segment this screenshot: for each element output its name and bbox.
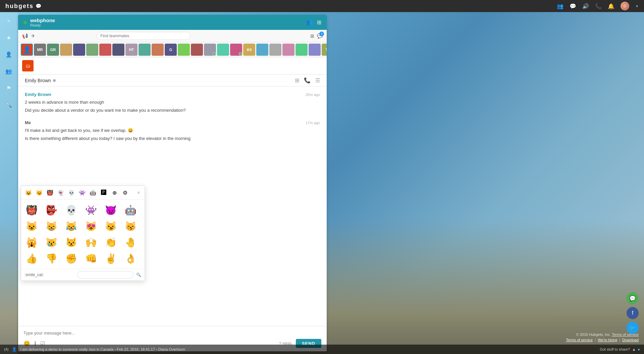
emoji-tab[interactable]: 🅿: [99, 188, 108, 197]
header-contacts-icon[interactable]: 👥: [306, 19, 313, 26]
emoji-cell[interactable]: 👊: [83, 251, 99, 266]
nav-bell-icon[interactable]: 🔔: [608, 3, 614, 9]
emoji-cell[interactable]: 😽: [123, 218, 138, 234]
avatar-item[interactable]: [112, 44, 124, 56]
emoji-tab[interactable]: 🤖: [88, 188, 98, 197]
emoji-cell[interactable]: 😸: [44, 218, 59, 234]
avatar-item[interactable]: HT: [125, 44, 138, 56]
download-link[interactable]: We're hiring: [598, 338, 617, 342]
emoji-cell[interactable]: 🤚: [123, 235, 138, 250]
emoji-tab[interactable]: 👻: [56, 188, 65, 197]
share-up-icon[interactable]: ▲: [632, 347, 636, 351]
chat-social-button[interactable]: 💬: [627, 292, 639, 304]
user-avatar[interactable]: D: [621, 2, 629, 10]
emoji-cell[interactable]: 🤖: [123, 202, 138, 218]
avatar-item[interactable]: [73, 44, 85, 56]
emoji-cell[interactable]: 👹: [24, 202, 39, 218]
chevron-down-icon[interactable]: ▼: [635, 4, 639, 8]
nav-contacts-icon[interactable]: 👥: [557, 3, 564, 9]
sidebar-expand-icon[interactable]: »: [3, 15, 14, 26]
send-icon[interactable]: ✈: [31, 33, 35, 39]
message-time: 20m ago: [306, 93, 320, 97]
message-input[interactable]: [23, 330, 321, 336]
nav-chat-icon[interactable]: 💬: [570, 3, 576, 9]
emoji-search-input[interactable]: [77, 271, 133, 279]
logo: hubgets 💬: [5, 3, 41, 10]
contact-grid-icon[interactable]: ⊞: [295, 77, 299, 84]
chat-title: webphone: [30, 17, 55, 23]
twitter-social-button[interactable]: 🐦: [627, 322, 639, 334]
avatar-item[interactable]: AS: [243, 44, 255, 56]
emoji-cell[interactable]: ✊: [63, 251, 79, 266]
avatar-item[interactable]: [152, 44, 164, 56]
facebook-social-button[interactable]: f: [627, 307, 639, 319]
avatar-item[interactable]: [217, 44, 229, 56]
avatar-item[interactable]: TJ: [322, 44, 327, 56]
emoji-tab-settings[interactable]: ⚙: [120, 188, 130, 197]
team-button[interactable]: 🗂: [22, 60, 34, 71]
avatar-item[interactable]: [282, 44, 294, 56]
navbar: hubgets 💬 👥 💬 🔊 📞 🔔 D ▼: [0, 0, 644, 12]
emoji-cell[interactable]: 👏: [103, 235, 118, 250]
avatar-item[interactable]: [269, 44, 281, 56]
emoji-tab[interactable]: 💀: [67, 188, 76, 197]
emoji-cell[interactable]: 👾: [83, 202, 99, 218]
sidebar-star-icon[interactable]: ★: [3, 32, 14, 43]
broadcast-icon[interactable]: 📢: [22, 33, 28, 39]
avatar-item[interactable]: [309, 44, 321, 56]
avatar-item[interactable]: [60, 44, 72, 56]
emoji-cell[interactable]: 😹: [63, 218, 79, 234]
find-teammates-input[interactable]: [97, 32, 191, 40]
sidebar-flag-icon[interactable]: ⚑: [3, 83, 14, 93]
avatar-item[interactable]: [256, 44, 268, 56]
header-grid-icon[interactable]: ⊞: [317, 19, 321, 26]
emoji-cell[interactable]: 😼: [103, 218, 118, 234]
emoji-cell[interactable]: 😻: [83, 218, 99, 234]
toolbar-right: ⊞ 💬 3: [310, 33, 323, 39]
avatar-item[interactable]: [99, 44, 111, 56]
emoji-tab[interactable]: 😼: [35, 188, 44, 197]
emoji-cell[interactable]: 👌: [123, 251, 138, 266]
chat-subtitle: Ready: [30, 23, 55, 27]
avatar-item[interactable]: [178, 44, 190, 56]
avatar-item[interactable]: [191, 44, 203, 56]
emoji-cell[interactable]: 🙀: [24, 235, 39, 250]
emoji-close-button[interactable]: ×: [135, 189, 142, 196]
emoji-tab[interactable]: ⊕: [110, 188, 119, 197]
avatar-item[interactable]: G: [165, 44, 177, 56]
emoji-cell[interactable]: ✌: [103, 251, 118, 266]
emoji-tab[interactable]: 😺: [24, 188, 33, 197]
message-author[interactable]: Emily Brown: [25, 92, 51, 97]
emoji-cell[interactable]: 👺: [44, 202, 59, 218]
emoji-tab[interactable]: 👹: [45, 188, 55, 197]
emoji-cell[interactable]: 😈: [103, 202, 118, 218]
emoji-cell[interactable]: 😿: [44, 235, 59, 250]
service-status-link[interactable]: Download: [622, 338, 639, 342]
contact-phone-icon[interactable]: 📞: [304, 77, 311, 84]
avatar-item[interactable]: 👤: [21, 44, 33, 56]
avatar-item[interactable]: [139, 44, 151, 56]
emoji-tab[interactable]: 👾: [77, 188, 87, 197]
avatar-item[interactable]: [296, 44, 308, 56]
avatar-item[interactable]: [204, 44, 216, 56]
contact-menu-icon[interactable]: ☰: [315, 77, 320, 84]
nav-phone-icon[interactable]: 📞: [595, 3, 602, 9]
emoji-picker: 😺 😼 👹 👻 💀 👾 🤖 🅿 ⊕ ⚙ × 👹 👺 💀 👾 😈 🤖 😺: [21, 186, 145, 281]
emoji-cell[interactable]: 👍: [24, 251, 39, 266]
avatar-item[interactable]: MR: [34, 44, 46, 56]
emoji-cell[interactable]: 👎: [44, 251, 59, 266]
nav-volume-icon[interactable]: 🔊: [582, 3, 589, 9]
sidebar-contacts-icon[interactable]: 👤: [3, 49, 14, 60]
sidebar-groups-icon[interactable]: 👥: [3, 66, 14, 77]
avatar-item[interactable]: [86, 44, 98, 56]
emoji-cell[interactable]: 💀: [63, 202, 79, 218]
status-bar: (4) 👤 I am delivering a demo to someone …: [0, 345, 644, 354]
emoji-cell[interactable]: 🙌: [83, 235, 99, 250]
avatar-item[interactable]: [230, 44, 242, 56]
grid-view-icon[interactable]: ⊞: [310, 33, 314, 39]
avatar-item[interactable]: GR: [47, 44, 59, 56]
emoji-cell[interactable]: 😺: [24, 218, 39, 234]
sidebar-search-icon[interactable]: 🔍: [3, 99, 14, 110]
hiring-link[interactable]: Terms of service: [566, 338, 593, 342]
emoji-cell[interactable]: 😾: [63, 235, 79, 250]
